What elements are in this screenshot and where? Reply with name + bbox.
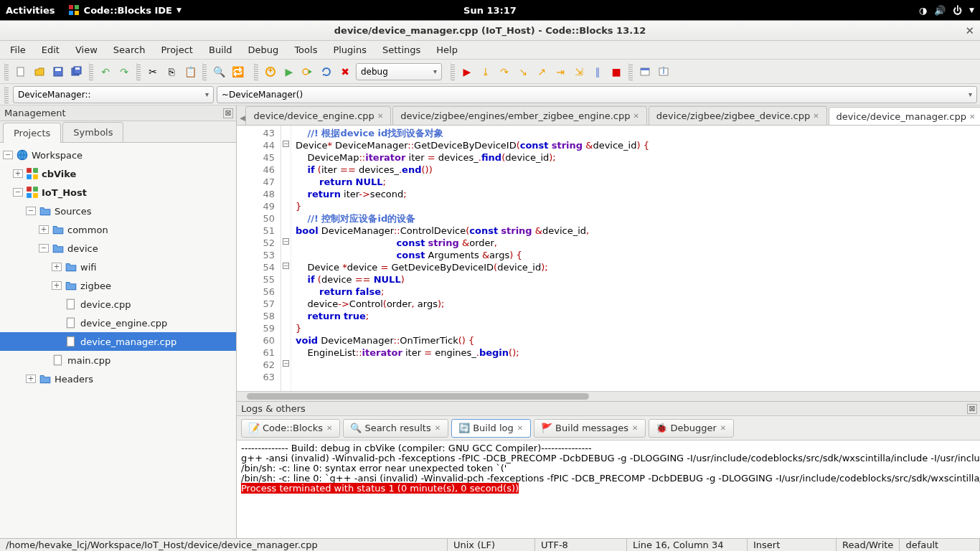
save-button[interactable] (50, 64, 66, 80)
log-tab-debugger[interactable]: 🐞Debugger ✕ (649, 419, 734, 438)
build-run-button[interactable] (300, 64, 316, 80)
new-file-button[interactable] (13, 64, 29, 80)
build-target-select[interactable]: debug (356, 63, 442, 80)
break-button[interactable]: ∥ (590, 64, 606, 80)
menu-build[interactable]: Build (202, 42, 240, 57)
run-button[interactable]: ▶ (281, 64, 297, 80)
tab-close-icon[interactable]: ✕ (969, 113, 975, 121)
mgmt-tab-projects[interactable]: Projects (3, 123, 61, 143)
management-close-button[interactable]: ⊠ (223, 108, 233, 118)
editor-tab[interactable]: device/device_engine.cpp ✕ (245, 106, 391, 125)
tab-close-icon[interactable]: ✕ (377, 112, 383, 120)
toolbar-grip[interactable] (136, 63, 141, 80)
tab-close-icon[interactable]: ✕ (813, 112, 819, 120)
toolbar-grip[interactable] (89, 63, 93, 80)
tab-close-icon[interactable]: ✕ (435, 424, 440, 432)
tab-close-icon[interactable]: ✕ (517, 424, 523, 432)
save-all-button[interactable] (69, 64, 85, 80)
clock[interactable]: Sun 13:17 (463, 5, 517, 16)
menu-view[interactable]: View (68, 42, 105, 57)
next-line-button[interactable]: ↷ (496, 64, 512, 80)
logs-close-button[interactable]: ⊠ (967, 404, 977, 414)
debug-windows-button[interactable] (637, 64, 653, 80)
debug-start-button[interactable]: ▶ (459, 64, 475, 80)
tree-file-device-engine-cpp[interactable]: +device_engine.cpp (0, 314, 236, 332)
toolbar-grip[interactable] (628, 63, 633, 80)
tab-close-icon[interactable]: ✕ (632, 424, 638, 432)
open-button[interactable] (32, 64, 47, 80)
project-tree[interactable]: −Workspace+cbVike−IoT_Host−Sources+commo… (0, 143, 236, 538)
rebuild-button[interactable] (319, 64, 334, 80)
tree-file-device-manager-cpp[interactable]: +device_manager.cpp (0, 332, 236, 351)
log-tab-code::blocks[interactable]: 📝Code::Blocks ✕ (241, 419, 340, 438)
stop-debug-button[interactable]: ■ (608, 64, 624, 80)
tab-close-icon[interactable]: ✕ (326, 424, 332, 432)
code-area[interactable]: //! 根据device id找到设备对象Device* DeviceManag… (291, 126, 980, 391)
menu-debug[interactable]: Debug (241, 42, 286, 57)
editor-tab[interactable]: device/zigbee/zigbee_device.cpp ✕ (649, 106, 827, 125)
redo-button[interactable]: ↷ (116, 64, 132, 80)
tab-scroll-left[interactable]: ◀ (240, 110, 245, 125)
code-editor[interactable]: 4344454647484950515253545556575859606162… (237, 126, 980, 391)
tree-file-device-cpp[interactable]: +device.cpp (0, 295, 236, 314)
menu-help[interactable]: Help (429, 42, 465, 57)
step-out-button[interactable]: ↗ (534, 64, 550, 80)
tree-workspace[interactable]: −Workspace (0, 146, 236, 164)
step-into-button[interactable]: ↘ (515, 64, 531, 80)
log-tab-build-log[interactable]: 🔄Build log ✕ (451, 419, 531, 438)
cut-button[interactable]: ✂ (145, 64, 161, 80)
toolbar-grip[interactable] (254, 63, 258, 80)
toolbar-grip[interactable] (4, 86, 9, 103)
tree-project-iothost[interactable]: −IoT_Host (0, 183, 236, 202)
tree-file-main-cpp[interactable]: +main.cpp (0, 351, 236, 369)
build-log-output[interactable]: -------------- Build: debug in cbVike (c… (237, 441, 980, 538)
titlebar[interactable]: device/device_manager.cpp (IoT_Host) - C… (0, 21, 980, 41)
scope-class-select[interactable]: DeviceManager:: (13, 86, 214, 103)
tree-folder-zigbee[interactable]: +zigbee (0, 276, 236, 295)
menu-project[interactable]: Project (154, 42, 199, 57)
tree-folder-device[interactable]: −device (0, 239, 236, 258)
volume-icon[interactable]: 🔊 (934, 5, 946, 16)
tree-folder-headers[interactable]: +Headers (0, 369, 236, 388)
copy-button[interactable]: ⎘ (164, 64, 179, 80)
menu-tools[interactable]: Tools (287, 42, 324, 57)
step-into-instr-button[interactable]: ⇲ (571, 64, 587, 80)
editor-hscrollbar[interactable] (237, 391, 980, 401)
log-tab-search-results[interactable]: 🔍Search results ✕ (343, 419, 448, 438)
app-menu[interactable]: Code::Blocks IDE ▼ (68, 4, 182, 16)
paste-button[interactable]: 📋 (182, 64, 198, 80)
scope-func-select[interactable]: ~DeviceManager() (217, 86, 977, 103)
tree-project-cbvike[interactable]: +cbVike (0, 164, 236, 183)
close-button[interactable]: ✕ (965, 24, 974, 37)
log-tab-build-messages[interactable]: 🚩Build messages ✕ (534, 419, 646, 438)
tree-folder-sources[interactable]: −Sources (0, 202, 236, 220)
abort-button[interactable]: ✖ (337, 64, 353, 80)
accessibility-icon[interactable]: ◑ (919, 5, 927, 16)
activities-button[interactable]: Activities (6, 5, 55, 16)
find-button[interactable]: 🔍 (211, 64, 227, 80)
mgmt-tab-symbols[interactable]: Symbols (62, 122, 123, 142)
menu-plugins[interactable]: Plugins (326, 42, 374, 57)
tree-folder-common[interactable]: +common (0, 220, 236, 239)
fold-column[interactable]: −−−− (281, 126, 291, 391)
run-to-cursor-button[interactable]: ⤓ (478, 64, 494, 80)
menu-file[interactable]: File (3, 42, 33, 57)
toolbar-grip[interactable] (202, 63, 207, 80)
next-instr-button[interactable]: ⇥ (552, 64, 568, 80)
menu-search[interactable]: Search (106, 42, 153, 57)
editor-tab[interactable]: device/zigbee/engines/ember_zigbee_engin… (392, 106, 647, 125)
toolbar-grip[interactable] (4, 63, 9, 80)
build-button[interactable] (263, 64, 278, 80)
chevron-down-icon: ▼ (176, 6, 182, 14)
info-button[interactable]: i (656, 64, 672, 80)
menu-settings[interactable]: Settings (375, 42, 428, 57)
tab-close-icon[interactable]: ✕ (633, 112, 639, 120)
editor-tab[interactable]: device/device_manager.cpp ✕ (829, 107, 980, 126)
tree-folder-wifi[interactable]: +wifi (0, 258, 236, 276)
power-icon[interactable]: ⏻ (953, 5, 962, 16)
replace-button[interactable]: 🔁 (230, 64, 245, 80)
toolbar-grip[interactable] (451, 63, 455, 80)
undo-button[interactable]: ↶ (98, 64, 113, 80)
menu-edit[interactable]: Edit (34, 42, 67, 57)
tab-close-icon[interactable]: ✕ (720, 424, 726, 432)
